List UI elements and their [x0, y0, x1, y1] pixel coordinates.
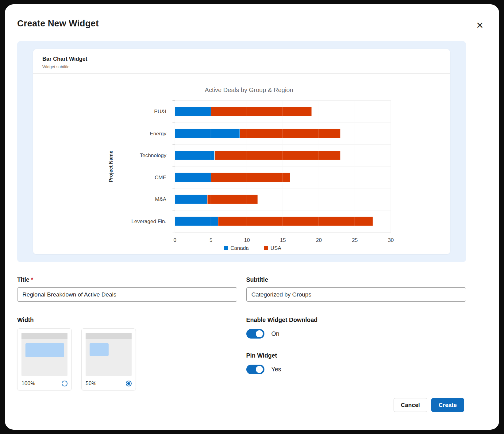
width-50-thumbnail: [86, 333, 132, 376]
pin-toggle[interactable]: [246, 365, 264, 374]
subtitle-label: Subtitle: [246, 276, 466, 283]
pin-state: Yes: [271, 366, 281, 373]
download-toggle[interactable]: [246, 329, 264, 339]
legend-item-usa: USA: [264, 245, 281, 251]
subtitle-input[interactable]: [246, 287, 466, 302]
bar-segment: [211, 173, 290, 182]
chart-legend: CanadaUSA: [55, 245, 450, 254]
toggle-knob: [256, 366, 263, 373]
close-button[interactable]: ✕: [475, 20, 485, 31]
bar-segment: [207, 195, 258, 204]
toggle-knob: [256, 330, 263, 337]
width-100-label: 100%: [21, 380, 35, 387]
bar-segment: [175, 173, 211, 182]
width-50-label: 50%: [86, 380, 96, 387]
category-label: Energy: [150, 131, 167, 137]
widget-preview-panel: Bar Chart Widget Widget subtitle Active …: [17, 41, 466, 262]
legend-item-canada: Canada: [224, 245, 249, 251]
widget-card-subtitle: Widget subtitle: [42, 64, 441, 69]
widget-card-header: Bar Chart Widget Widget subtitle: [33, 49, 450, 74]
y-axis-label: Project Name: [108, 151, 113, 182]
download-state: On: [271, 330, 279, 337]
bar-chart: Active Deals by Group & RegionPU&IEnergy…: [33, 74, 450, 247]
width-section: Width 100%: [17, 316, 237, 390]
bar-segment: [211, 107, 312, 116]
bar-segment: [175, 151, 214, 160]
x-tick-label: 5: [210, 237, 213, 243]
x-tick-label: 15: [280, 237, 286, 243]
bar-segment: [214, 151, 340, 160]
download-label: Enable Widget Download: [246, 316, 466, 324]
title-label: Title*: [17, 276, 237, 283]
dialog-footer: Cancel Create: [394, 398, 464, 412]
create-widget-dialog: Create New Widget ✕ Bar Chart Widget Wid…: [5, 4, 499, 430]
category-label: M&A: [155, 196, 167, 202]
required-asterisk: *: [31, 276, 33, 283]
thumbnail-widget-block: [25, 343, 64, 357]
cancel-button[interactable]: Cancel: [394, 398, 427, 412]
toggles-section: Enable Widget Download On Pin Widget Yes: [246, 316, 466, 390]
widget-preview-card: Bar Chart Widget Widget subtitle Active …: [33, 49, 450, 254]
title-input[interactable]: [17, 287, 237, 302]
thumbnail-widget-block: [90, 343, 109, 356]
width-50-radio[interactable]: [126, 381, 132, 386]
category-label: Technology: [140, 153, 167, 158]
width-option-50[interactable]: 50%: [81, 328, 136, 390]
thumbnail-header-bar: [21, 333, 67, 339]
create-button[interactable]: Create: [431, 398, 464, 412]
category-label: PU&I: [154, 109, 166, 114]
width-option-100[interactable]: 100%: [17, 328, 72, 390]
x-tick-label: 20: [316, 237, 322, 243]
dialog-header: Create New Widget ✕: [17, 17, 466, 31]
x-tick-label: 30: [388, 237, 394, 243]
dialog-title: Create New Widget: [17, 18, 99, 29]
pin-label: Pin Widget: [246, 352, 466, 359]
x-tick-label: 0: [174, 237, 177, 243]
x-tick-label: 10: [244, 237, 250, 243]
bar-segment: [175, 195, 207, 204]
width-label: Width: [17, 316, 237, 324]
bar-segment: [175, 129, 240, 138]
bar-segment: [240, 129, 340, 138]
chart-title: Active Deals by Group & Region: [205, 87, 293, 93]
width-100-thumbnail: [21, 333, 67, 376]
legend-label: Canada: [230, 245, 249, 251]
bar-segment: [175, 217, 218, 226]
bar-segment: [218, 217, 373, 226]
legend-swatch: [264, 246, 268, 250]
category-label: Leveraged Fin.: [131, 219, 166, 224]
thumbnail-header-bar: [86, 333, 132, 339]
title-field-group: Title*: [17, 276, 237, 302]
legend-swatch: [224, 246, 228, 250]
widget-card-title: Bar Chart Widget: [42, 56, 441, 62]
form-row-1: Title* Subtitle: [17, 276, 466, 302]
bar-segment: [175, 107, 211, 116]
legend-label: USA: [271, 245, 281, 251]
width-100-radio[interactable]: [62, 381, 67, 386]
form-row-2: Width 100%: [17, 316, 466, 390]
bar-chart-svg: Active Deals by Group & RegionPU&IEnergy…: [33, 74, 450, 247]
x-tick-label: 25: [352, 237, 358, 243]
width-options: 100% 50%: [17, 328, 237, 390]
subtitle-field-group: Subtitle: [246, 276, 466, 302]
category-label: CME: [155, 175, 166, 180]
close-icon: ✕: [476, 20, 484, 30]
